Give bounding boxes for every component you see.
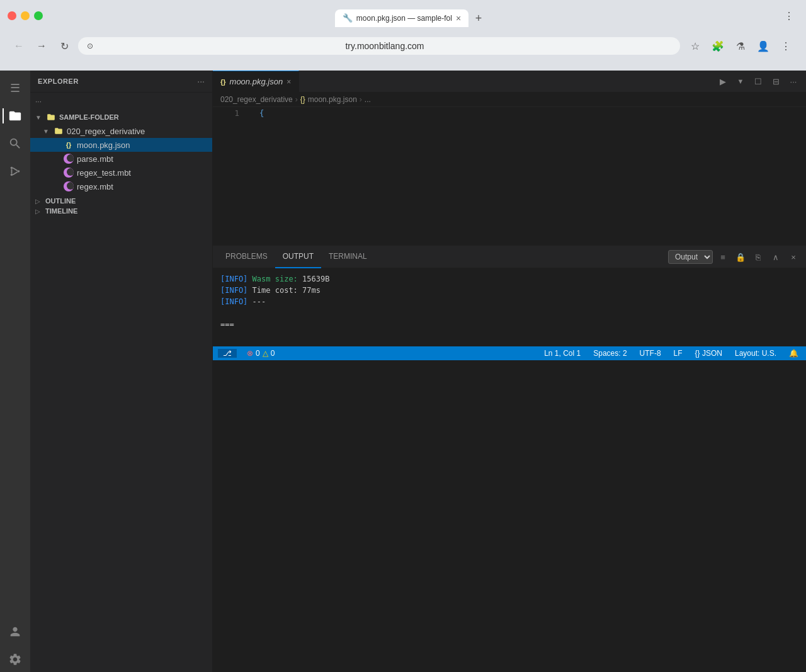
explorer-button[interactable] [3, 103, 28, 128]
explorer-title: EXPLORER [38, 77, 79, 85]
tab-output[interactable]: OUTPUT [275, 246, 321, 268]
address-bar[interactable]: ⊙ [78, 37, 680, 55]
minimize-button[interactable] [21, 11, 30, 20]
svg-point-2 [18, 170, 20, 173]
timeline-label: TIMELINE [45, 207, 77, 215]
error-count[interactable]: ⊗ 0 △ 0 [244, 349, 277, 358]
labs-button[interactable]: ⚗ [730, 36, 751, 56]
file-tree: ▼ SAMPLE-FOLDER ▼ 020_regex_derivative [30, 110, 212, 672]
tab-favicon: 🔧 [343, 13, 353, 23]
svg-point-0 [11, 167, 13, 169]
back-button[interactable]: ← [10, 37, 28, 55]
file-parse[interactable]: ▷ parse.mbt [30, 152, 212, 166]
regex-test-label: regex_test.mbt [77, 168, 131, 178]
panel: PROBLEMS OUTPUT TERMINAL Output ≡ 🔒 ⎘ ∧ … [213, 246, 806, 346]
file-regex[interactable]: ▷ regex.mbt [30, 179, 212, 193]
position-indicator[interactable]: Ln 1, Col 1 [542, 349, 583, 358]
settings-button[interactable] [3, 647, 28, 672]
account-button[interactable]: 👤 [753, 36, 773, 56]
folder-020[interactable]: ▼ 020_regex_derivative [30, 124, 212, 138]
svg-line-4 [13, 168, 17, 171]
code-area[interactable]: { [244, 107, 806, 246]
moon-pkg-label: moon.pkg.json [77, 140, 130, 150]
branch-indicator[interactable]: ⎇ [218, 349, 237, 358]
browser-tab[interactable]: 🔧 moon.pkg.json — sample-fol × [335, 9, 468, 27]
spaces-indicator[interactable]: Spaces: 2 [591, 349, 629, 358]
section-outline[interactable]: ▷ OUTLINE [30, 196, 212, 206]
breadcrumb-file: moon.pkg.json [308, 95, 357, 104]
panel-copy-button[interactable]: ⎘ [751, 249, 766, 265]
output-line: [INFO] --- [220, 296, 798, 307]
account-button[interactable] [3, 619, 28, 644]
panel-content: [INFO] Wasm size: 15639B [INFO] Time cos… [213, 268, 806, 346]
panel-close-button[interactable]: × [786, 249, 801, 265]
layout-indicator[interactable]: Layout: U.S. [732, 349, 779, 358]
file-moon-pkg[interactable]: ▷ {} moon.pkg.json [30, 138, 212, 152]
toggle-panel-button[interactable]: ⊟ [768, 74, 783, 89]
browser-menu-button[interactable]: ⋮ [780, 9, 798, 22]
svg-line-5 [13, 172, 17, 175]
mbt-file-icon [63, 153, 74, 164]
bell-icon[interactable]: 🔔 [786, 349, 801, 358]
chevron-icon: ▷ [35, 198, 45, 205]
tab-terminal[interactable]: TERMINAL [321, 246, 375, 268]
menu-icon-button[interactable]: ☰ [3, 76, 28, 101]
warn-count-label: 0 [271, 349, 275, 358]
run-button[interactable]: ▶ [715, 74, 730, 89]
forward-button[interactable]: → [33, 37, 50, 55]
mbt-file-icon [63, 167, 74, 178]
output-line: [INFO] Wasm size: 15639B [220, 273, 798, 285]
chevron-icon: ▷ [35, 208, 45, 215]
output-line [220, 307, 798, 319]
activity-bar: ☰ [0, 71, 30, 672]
chevron-icon: ▼ [35, 114, 45, 121]
sidebar: EXPLORER ··· ··· ▼ SAMPLE-FOLDER ▼ [30, 71, 213, 672]
git-button[interactable] [3, 159, 28, 184]
tab-problems[interactable]: PROBLEMS [218, 246, 275, 268]
language-indicator[interactable]: {} JSON [693, 349, 725, 358]
tab-moon-pkg[interactable]: {} moon.pkg.json × [213, 71, 299, 93]
chevron-icon: ▼ [43, 128, 53, 135]
refresh-button[interactable]: ↻ [55, 37, 73, 55]
breadcrumb-folder: 020_regex_derivative [220, 95, 293, 104]
breadcrumb-json-icon: {} [300, 95, 305, 104]
panel-tab-bar: PROBLEMS OUTPUT TERMINAL Output ≡ 🔒 ⎘ ∧ … [213, 246, 806, 268]
status-bar: ⎇ ⊗ 0 △ 0 Ln 1, Col 1 Spaces: 2 UTF-8 LF… [213, 346, 806, 360]
bookmark-button[interactable]: ☆ [685, 36, 705, 56]
split-editor-button[interactable]: ☐ [751, 74, 766, 89]
error-count-label: 0 [256, 349, 260, 358]
new-tab-button[interactable]: + [470, 9, 487, 27]
section-timeline[interactable]: ▷ TIMELINE [30, 206, 212, 216]
search-button[interactable] [3, 131, 28, 156]
more-button[interactable]: ⋮ [776, 36, 796, 56]
code-line: { [249, 107, 801, 120]
folder-icon [53, 125, 64, 137]
tab-close-button[interactable]: × [456, 13, 461, 23]
explorer-more-button[interactable]: ··· [197, 76, 205, 86]
mbt-file-icon [63, 181, 74, 192]
folder-sample[interactable]: ▼ SAMPLE-FOLDER [30, 110, 212, 124]
run-dropdown-button[interactable]: ▼ [733, 74, 748, 89]
file-regex-test[interactable]: ▷ regex_test.mbt [30, 166, 212, 179]
more-editor-button[interactable]: ··· [786, 74, 801, 89]
svg-point-1 [11, 174, 13, 176]
panel-up-button[interactable]: ∧ [768, 249, 783, 265]
tab-json-icon: {} [220, 78, 226, 86]
panel-filter-button[interactable]: ≡ [715, 249, 730, 265]
tab-close-button[interactable]: × [287, 77, 291, 86]
close-button[interactable] [8, 11, 16, 20]
output-select[interactable]: Output [668, 250, 713, 264]
breadcrumb: 020_regex_derivative › {} moon.pkg.json … [213, 93, 806, 107]
extension-button[interactable]: 🧩 [708, 36, 728, 56]
folder-020-label: 020_regex_derivative [67, 127, 145, 136]
sidebar-dots-button[interactable]: ··· [35, 97, 42, 106]
sample-folder-label: SAMPLE-FOLDER [59, 113, 119, 121]
encoding-indicator[interactable]: UTF-8 [637, 349, 664, 358]
address-input[interactable] [98, 41, 671, 51]
line-ending-indicator[interactable]: LF [671, 349, 685, 358]
maximize-button[interactable] [34, 11, 43, 20]
tab-title: moon.pkg.json — sample-fol [356, 14, 452, 23]
panel-actions: Output ≡ 🔒 ⎘ ∧ × [668, 249, 801, 265]
panel-lock-button[interactable]: 🔒 [733, 249, 748, 265]
traffic-lights[interactable] [8, 11, 43, 20]
